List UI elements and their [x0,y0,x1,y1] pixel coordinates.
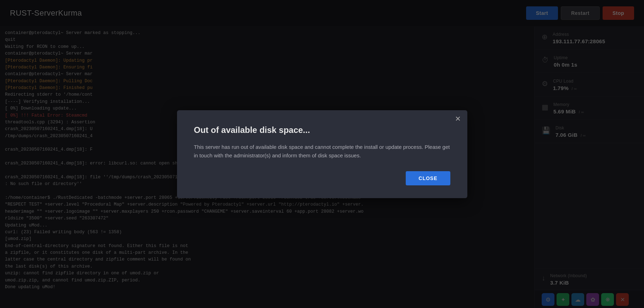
modal-title: Out of available disk space... [194,125,450,135]
modal-footer: CLOSE [194,171,450,185]
disk-space-modal: ✕ Out of available disk space... This se… [177,110,467,198]
modal-close-x-button[interactable]: ✕ [455,115,461,122]
modal-overlay[interactable]: ✕ Out of available disk space... This se… [0,0,644,308]
modal-body: This server has run out of available dis… [194,143,450,160]
modal-close-button[interactable]: CLOSE [406,171,450,185]
